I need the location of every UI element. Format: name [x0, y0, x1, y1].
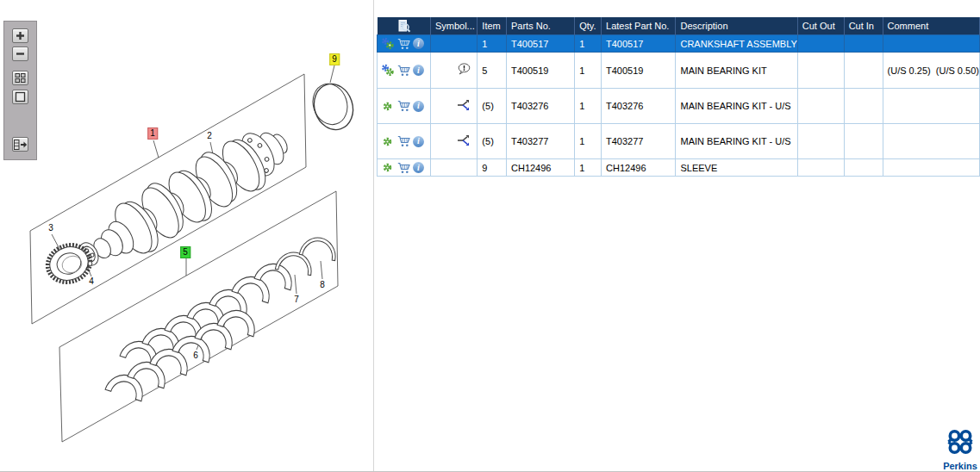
cell-item[interactable]: 5 [478, 53, 507, 89]
callout-8[interactable]: 8 [318, 280, 327, 290]
cell-cut-out[interactable] [797, 89, 844, 124]
cart-icon[interactable] [397, 162, 410, 174]
cell-cut-in[interactable] [844, 159, 883, 177]
cell-comment[interactable] [883, 159, 979, 177]
callout-9[interactable]: 9 [329, 53, 340, 65]
cell-cut-in[interactable] [844, 53, 883, 89]
parts-list-table: Symbol... Item Parts No. Qty. Latest Par… [377, 17, 980, 177]
cell-comment[interactable] [883, 124, 979, 159]
column-header-actions[interactable] [378, 17, 431, 35]
column-header-qty[interactable]: Qty. [575, 17, 602, 35]
info-icon[interactable]: i [413, 101, 424, 112]
column-header-cut-out[interactable]: Cut Out [797, 17, 844, 35]
cell-comment[interactable] [883, 89, 979, 124]
cell-parts-no[interactable]: T403276 [507, 89, 575, 124]
table-row[interactable]: i 1 T400517 1 T400517 CRANKSHAFT ASSEMBL… [378, 35, 980, 53]
toggle-panel-button[interactable] [12, 137, 28, 152]
assembly-gears-icon[interactable] [381, 64, 395, 77]
cell-cut-in[interactable] [844, 35, 883, 53]
cell-latest-part-no[interactable]: T400519 [602, 53, 676, 89]
panel-divider[interactable] [373, 0, 374, 472]
zoom-out-button[interactable] [12, 47, 28, 61]
info-icon[interactable]: i [413, 162, 424, 173]
parts-catalog-window: Crankshaft, Main Bearings & Big End Bear… [0, 0, 980, 472]
brand-block: Perkins [942, 428, 978, 471]
callout-3[interactable]: 3 [47, 223, 55, 233]
zoom-in-button[interactable] [12, 28, 28, 43]
cell-qty[interactable]: 1 [575, 124, 602, 159]
callout-5[interactable]: 5 [180, 246, 190, 258]
square-icon [14, 91, 27, 102]
catalog-search-icon [396, 19, 411, 34]
column-header-item[interactable]: Item [478, 17, 507, 35]
cell-latest-part-no[interactable]: CH12496 [602, 159, 676, 177]
column-header-comment[interactable]: Comment [883, 17, 979, 35]
column-header-description[interactable]: Description [676, 17, 797, 35]
callout-4[interactable]: 4 [87, 276, 96, 287]
cell-item[interactable]: (5) [478, 124, 507, 159]
cell-cut-out[interactable] [797, 53, 844, 89]
column-header-parts-no[interactable]: Parts No. [507, 17, 575, 35]
cart-icon[interactable] [397, 100, 410, 112]
cell-description[interactable]: MAIN BEARING KIT [676, 53, 797, 89]
cell-item[interactable]: (5) [478, 89, 507, 124]
info-icon[interactable]: i [413, 65, 424, 76]
column-header-latest-part-no[interactable]: Latest Part No. [602, 17, 676, 35]
callout-2[interactable]: 2 [205, 131, 214, 141]
callout-1[interactable]: 1 [147, 127, 158, 140]
minus-icon [14, 48, 27, 59]
cart-icon[interactable] [397, 38, 410, 50]
cell-parts-no[interactable]: T400519 [507, 53, 575, 89]
cell-description[interactable]: SLEEVE [676, 159, 797, 177]
table-row[interactable]: i (5) T403276 1 T403276 MAIN BEARING KIT… [378, 89, 980, 124]
table-header-row: Symbol... Item Parts No. Qty. Latest Par… [378, 17, 980, 35]
cell-cut-in[interactable] [844, 89, 883, 124]
cart-icon[interactable] [397, 135, 410, 147]
cell-description[interactable]: CRANKSHAFT ASSEMBLY [676, 35, 797, 53]
cell-description[interactable]: MAIN BEARING KIT - U/S [676, 89, 797, 124]
cell-cut-in[interactable] [844, 124, 883, 159]
cell-latest-part-no[interactable]: T400517 [602, 35, 676, 53]
cell-comment[interactable]: (U/S 0.25) (U/S 0.50) [883, 53, 979, 89]
info-icon[interactable]: i [413, 38, 424, 49]
column-header-symbol[interactable]: Symbol... [430, 17, 477, 35]
part-gear-icon[interactable] [381, 100, 395, 113]
cell-cut-out[interactable] [797, 124, 844, 159]
cell-cut-out[interactable] [797, 35, 844, 53]
diagram-panel: 1 2 3 4 5 6 7 8 9 [0, 0, 373, 472]
cell-qty[interactable]: 1 [575, 159, 602, 177]
cell-comment[interactable] [883, 35, 979, 53]
cell-qty[interactable]: 1 [575, 35, 602, 53]
table-row[interactable]: i 9 CH12496 1 CH12496 SLEEVE [378, 159, 980, 177]
plus-icon [14, 30, 27, 41]
exploded-parts-drawing [0, 0, 373, 472]
cell-cut-out[interactable] [797, 159, 844, 177]
cell-description[interactable]: MAIN BEARING KIT - U/S [676, 124, 797, 159]
callout-6[interactable]: 6 [191, 351, 200, 361]
cell-latest-part-no[interactable]: T403277 [602, 124, 676, 159]
cell-parts-no[interactable]: T400517 [507, 35, 575, 53]
table-row[interactable]: i 5 T400519 1 T400519 MAIN BEARING KIT (… [378, 53, 980, 89]
cell-latest-part-no[interactable]: T403276 [602, 89, 676, 124]
cell-parts-no[interactable]: T403277 [507, 124, 575, 159]
cell-item[interactable]: 1 [478, 35, 507, 53]
note-balloon-icon [457, 63, 471, 76]
cell-qty[interactable]: 1 [575, 53, 602, 89]
supersession-arrow-icon [457, 99, 471, 111]
perkins-logo-icon [945, 428, 976, 457]
assembly-gears-icon[interactable] [381, 37, 395, 50]
brand-name: Perkins [942, 461, 978, 471]
tile-view-button[interactable] [12, 71, 28, 85]
column-header-cut-in[interactable]: Cut In [844, 17, 883, 35]
fit-view-button[interactable] [12, 90, 28, 104]
part-gear-icon[interactable] [381, 135, 395, 148]
part-gear-icon[interactable] [381, 161, 395, 174]
diagram-toolbar [3, 21, 37, 160]
callout-7[interactable]: 7 [292, 295, 301, 305]
cell-qty[interactable]: 1 [575, 89, 602, 124]
table-row[interactable]: i (5) T403277 1 T403277 MAIN BEARING KIT… [378, 124, 980, 159]
cell-item[interactable]: 9 [478, 159, 507, 177]
cell-parts-no[interactable]: CH12496 [507, 159, 575, 177]
info-icon[interactable]: i [413, 136, 424, 147]
cart-icon[interactable] [397, 65, 410, 77]
